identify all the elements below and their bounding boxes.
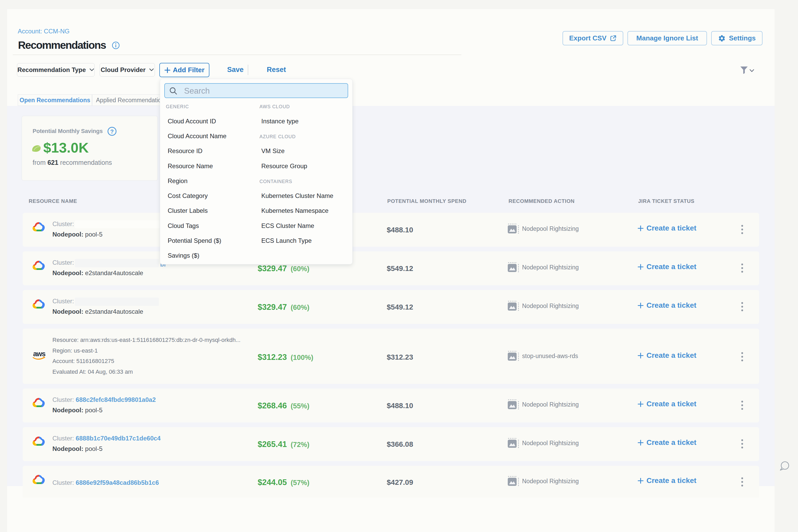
svg-text:aws: aws (33, 350, 45, 358)
svg-text:?: ? (110, 128, 114, 135)
